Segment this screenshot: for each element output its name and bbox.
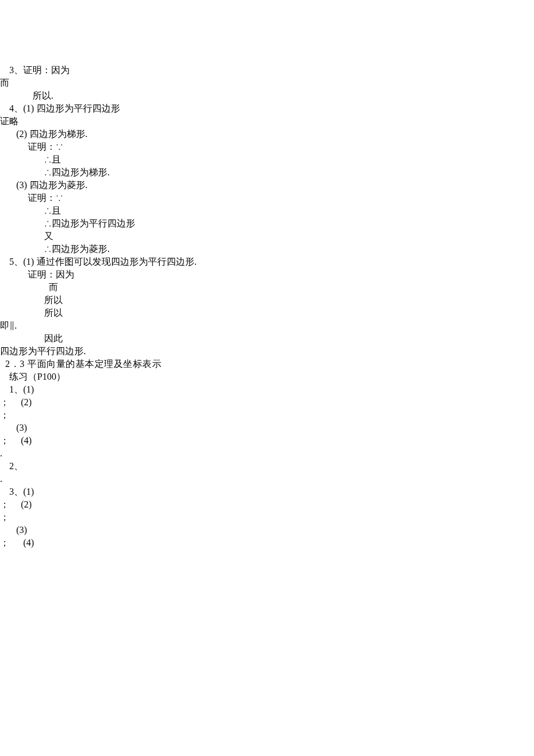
problem-line: 4、(1) 四边形为平行四边形 <box>0 102 534 115</box>
proof-line: 证略 <box>0 115 534 128</box>
proof-line: ∴且 <box>0 153 534 166</box>
proof-line: 因此 <box>0 332 534 345</box>
problem-line: 5、(1) 通过作图可以发现四边形为平行四边形. <box>0 255 534 268</box>
document-page: 3、证明：因为 而 所以. 4、(1) 四边形为平行四边形 证略 (2) 四边形… <box>0 0 534 607</box>
proof-line: ∴四边形为梯形. <box>0 166 534 179</box>
problem-line: ； (4) <box>0 434 534 447</box>
proof-line: 所以 <box>0 307 534 319</box>
problem-line: . <box>0 447 534 460</box>
proof-line: 证明：因为 <box>0 268 534 281</box>
problem-line: 1、(1) <box>0 383 534 396</box>
proof-line: ∴四边形为平行四边形 <box>0 217 534 230</box>
problem-line: 2、 <box>0 460 534 473</box>
section-heading: 2．3 平面向量的基本定理及坐标表示 <box>0 358 534 370</box>
proof-line: ∴且 <box>0 204 534 217</box>
proof-line: 所以 <box>0 294 534 307</box>
problem-line: ； (4) <box>0 537 534 549</box>
proof-line: 证明：∵ <box>0 192 534 204</box>
proof-line: 所以. <box>0 89 534 102</box>
problem-line: ； <box>0 511 534 524</box>
proof-line: 即∥. <box>0 319 534 332</box>
problem-line: (2) 四边形为梯形. <box>0 128 534 141</box>
problem-line: ； (2) <box>0 498 534 511</box>
exercise-ref: 练习（P100） <box>0 370 534 383</box>
problem-line: (3) <box>0 524 534 537</box>
problem-line: (3) 四边形为菱形. <box>0 179 534 192</box>
problem-line: ； (2) <box>0 396 534 409</box>
proof-line: 3、证明：因为 <box>0 64 534 77</box>
proof-line: 而 <box>0 77 534 89</box>
problem-line: . <box>0 473 534 485</box>
problem-line: ； <box>0 409 534 422</box>
problem-line: (3) <box>0 422 534 434</box>
proof-line: ∴四边形为菱形. <box>0 243 534 255</box>
proof-line: 又 <box>0 230 534 243</box>
proof-line: 证明：∵ <box>0 141 534 153</box>
proof-line: 而 <box>0 281 534 294</box>
proof-line: 四边形为平行四边形. <box>0 345 534 358</box>
problem-line: 3、(1) <box>0 485 534 498</box>
